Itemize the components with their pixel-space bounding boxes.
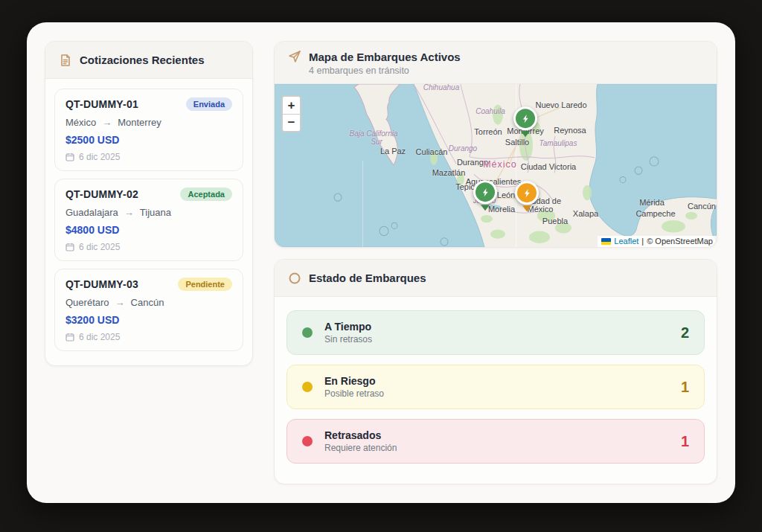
- status-row[interactable]: En Riesgo Posible retraso 1: [286, 365, 705, 409]
- map-label: Sur: [371, 138, 382, 146]
- map-panel-title: Mapa de Embarques Activos: [309, 51, 461, 63]
- calendar-icon: [65, 153, 74, 161]
- status-rows: A Tiempo Sin retrasos 2 En Riesgo Posibl…: [275, 297, 717, 477]
- quote-route: México → Monterrey: [65, 117, 232, 128]
- status-sublabel: Requiere atención: [324, 443, 397, 453]
- quotes-panel-title: Cotizaciones Recientes: [80, 54, 205, 66]
- quote-status-badge: Enviada: [186, 97, 232, 111]
- marker-pointer-icon: [481, 205, 490, 211]
- map-label: Nuevo Laredo: [535, 100, 586, 109]
- map-label: La Paz: [380, 147, 406, 156]
- status-dot-icon: [302, 436, 313, 446]
- send-icon: [288, 50, 301, 63]
- quotes-panel-header: Cotizaciones Recientes: [45, 42, 252, 79]
- shipment-marker-monterrey[interactable]: [513, 106, 537, 130]
- status-sublabel: Posible retraso: [324, 388, 384, 399]
- map-label: Reynosa: [554, 126, 586, 135]
- shipment-marker-queretaro[interactable]: [515, 181, 539, 205]
- shipment-bolt-icon: [521, 114, 531, 124]
- route-arrow-icon: →: [124, 207, 134, 218]
- shipment-bolt-icon: [522, 188, 532, 198]
- map-zoom-control: + −: [281, 95, 301, 132]
- map-label: Torreón: [474, 127, 502, 136]
- map-panel-header: Mapa de Embarques Activos 4 embarques en…: [275, 42, 717, 84]
- quote-status-badge: Pendiente: [178, 278, 232, 291]
- status-row[interactable]: A Tiempo Sin retrasos 2: [286, 310, 705, 355]
- map-panel: Mapa de Embarques Activos 4 embarques en…: [274, 41, 717, 248]
- quote-date-row: 6 dic 2025: [65, 332, 232, 342]
- status-label: Retrasados: [324, 429, 397, 441]
- quote-origin: Querétaro: [65, 297, 109, 308]
- calendar-icon: [65, 243, 74, 251]
- map-zoom-in-button[interactable]: +: [283, 97, 300, 114]
- status-count: 1: [681, 379, 689, 396]
- marker-pointer-icon: [521, 131, 530, 137]
- quote-date: 6 dic 2025: [79, 242, 120, 252]
- map-attribution: Leaflet | © OpenStreetMap: [598, 236, 717, 247]
- map-label: Saltillo: [505, 138, 529, 147]
- status-panel: Estado de Embarques A Tiempo Sin retraso…: [274, 259, 717, 484]
- map-label: Mérida: [639, 198, 665, 207]
- status-label: En Riesgo: [324, 375, 384, 387]
- ukraine-flag-icon: [601, 238, 611, 245]
- route-arrow-icon: →: [102, 117, 112, 128]
- attribution-separator: |: [641, 237, 644, 246]
- map-label: León: [497, 190, 515, 199]
- quote-destination: Cancún: [131, 297, 164, 308]
- quote-date-row: 6 dic 2025: [65, 242, 232, 252]
- map-label: Mazatlán: [432, 168, 466, 177]
- shipment-bolt-icon: [481, 188, 490, 197]
- quote-price: $4800 USD: [65, 224, 232, 236]
- status-panel-title: Estado de Embarques: [309, 272, 426, 284]
- quote-price: $3200 USD: [65, 314, 232, 326]
- quotes-list: QT-DUMMY-01 Enviada México → Monterrey $…: [45, 79, 252, 356]
- quote-card[interactable]: QT-DUMMY-02 Aceptada Guadalajara → Tijua…: [54, 179, 243, 261]
- dashboard-container: Cotizaciones Recientes QT-DUMMY-01 Envia…: [27, 22, 735, 503]
- status-count: 1: [681, 433, 689, 450]
- map-label: Campeche: [635, 209, 675, 218]
- map-label: México: [483, 159, 517, 170]
- quote-status-badge: Aceptada: [180, 188, 232, 201]
- map-label: Puebla: [542, 217, 568, 225]
- status-sublabel: Sin retrasos: [324, 334, 372, 344]
- map-label: Xalapa: [573, 209, 598, 218]
- map[interactable]: ChihuahuaCoahuilaNuevo LaredoTorreónMont…: [275, 84, 717, 247]
- quote-id: QT-DUMMY-01: [65, 98, 138, 110]
- quote-date-row: 6 dic 2025: [65, 152, 232, 162]
- view-all-quotes-link[interactable]: Ver todas las cotizaciones →: [83, 365, 215, 366]
- quote-id: QT-DUMMY-03: [65, 278, 138, 290]
- quote-date: 6 dic 2025: [79, 332, 120, 342]
- status-dot-icon: [302, 382, 313, 392]
- map-zoom-out-button[interactable]: −: [283, 114, 300, 131]
- map-label: Morelia: [488, 205, 515, 214]
- quotes-footer: Ver todas las cotizaciones →: [45, 356, 252, 366]
- quote-destination: Tijuana: [140, 207, 171, 218]
- map-panel-subtitle: 4 embarques en tránsito: [288, 65, 703, 76]
- status-count: 2: [681, 324, 689, 342]
- status-dot-icon: [302, 327, 313, 338]
- quote-price: $2500 USD: [65, 134, 232, 146]
- quote-id: QT-DUMMY-02: [65, 188, 138, 200]
- quote-card[interactable]: QT-DUMMY-03 Pendiente Querétaro → Cancún…: [54, 269, 243, 351]
- map-label: Baja California: [349, 129, 397, 138]
- quote-card[interactable]: QT-DUMMY-01 Enviada México → Monterrey $…: [54, 89, 243, 171]
- quote-origin: Guadalajara: [65, 207, 118, 218]
- status-row[interactable]: Retrasados Requiere atención 1: [286, 419, 705, 464]
- map-label: Culiacán: [416, 147, 448, 156]
- calendar-icon: [65, 333, 74, 342]
- quote-origin: México: [65, 117, 96, 128]
- route-arrow-icon: →: [115, 297, 125, 308]
- map-label: Ciudad Victoria: [521, 162, 576, 171]
- osm-attribution[interactable]: © OpenStreetMap: [647, 237, 713, 246]
- map-label: Tepic: [455, 182, 475, 191]
- leaflet-link[interactable]: Leaflet: [614, 237, 638, 246]
- quote-route: Guadalajara → Tijuana: [65, 207, 232, 218]
- quote-route: Querétaro → Cancún: [65, 297, 232, 308]
- quotes-panel: Cotizaciones Recientes QT-DUMMY-01 Envia…: [45, 41, 253, 366]
- shipment-marker-guadalajara[interactable]: [473, 180, 497, 204]
- map-label: Chihuahua: [423, 84, 459, 92]
- quote-date: 6 dic 2025: [79, 152, 120, 162]
- status-label: A Tiempo: [324, 321, 372, 333]
- map-label: Cancún: [688, 202, 716, 211]
- map-label: Coahuila: [476, 107, 505, 115]
